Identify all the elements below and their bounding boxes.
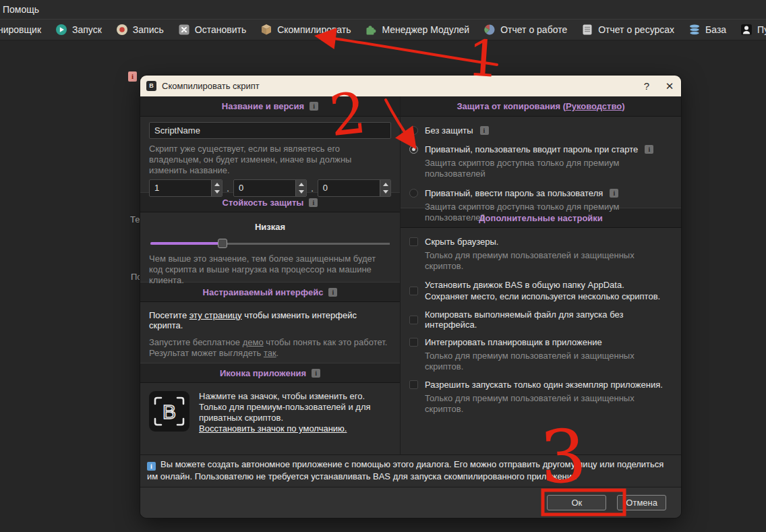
toolbar-label: Менеджер Модулей [382, 24, 469, 35]
radio-private-user-password[interactable] [409, 145, 418, 154]
dialog-titlebar: Скомпилировать скрипт ? ✕ [140, 76, 681, 96]
restore-icon-link[interactable]: Восстановить значок по умолчанию. [199, 423, 347, 434]
manual-link[interactable]: Руководство [566, 101, 622, 111]
spinner-buttons[interactable] [380, 180, 390, 196]
info-icon[interactable] [310, 102, 318, 111]
database-icon [688, 24, 701, 36]
demo-link[interactable]: демо [243, 337, 264, 347]
version-major-spinner[interactable]: 1 [149, 179, 223, 197]
info-icon[interactable] [480, 126, 489, 135]
checkbox-copy-executable[interactable] [409, 316, 418, 324]
app-icon-body: B Нажмите на значок, чтобы изменить его.… [140, 383, 400, 440]
toolbar-label: Отчет о работе [500, 24, 567, 35]
text: чтобы понять как это работет. [264, 337, 388, 347]
toolbar-item-record[interactable]: Запись [116, 24, 164, 36]
toolbar-item-database[interactable]: База [688, 24, 726, 36]
toolbar-item-module-manager[interactable]: Менеджер Модулей [365, 24, 469, 36]
version-minor-value: 0 [234, 180, 295, 196]
toolbar-label: нировщик [0, 24, 41, 35]
info-bubble-icon [147, 462, 156, 471]
interface-line: Посетите эту страницу чтобы изменить инт… [149, 310, 391, 330]
toolbar-item-backup-path[interactable]: Путь к бэкапам [740, 24, 766, 36]
info-icon[interactable] [610, 189, 618, 198]
text: Защита от копирования ( [456, 101, 566, 111]
spinner-buttons[interactable] [295, 180, 306, 196]
info-icon[interactable] [645, 145, 653, 154]
section-title: Дополнительные настройки [479, 213, 603, 223]
annotation-arrow-1 [320, 36, 497, 65]
app-icon-preview[interactable]: B [149, 391, 189, 432]
section-title: Настраиваемый интерфейс [203, 287, 324, 297]
toolbar-label: Отчет о ресурсах [598, 24, 674, 35]
toolbar-label: Запуск [72, 24, 102, 35]
checkbox-integrate-scheduler[interactable] [409, 338, 418, 347]
radio-private-preset-password[interactable] [409, 189, 418, 198]
slider-thumb[interactable] [218, 239, 227, 248]
checkbox-hide-browsers[interactable] [409, 237, 418, 246]
app-icon-text: Нажмите на значок, чтобы изменить его. Т… [199, 391, 371, 434]
checkbox-subtext: Только для премиум пользователей и защищ… [409, 393, 672, 415]
info-icon[interactable] [309, 198, 318, 207]
toolbar-item-stop[interactable]: Остановить [178, 24, 246, 36]
checkbox-single-instance[interactable] [409, 380, 418, 389]
text: Результат может выглядеть [149, 348, 264, 358]
section-title: Стойкость защиты [223, 198, 304, 208]
toolbar-item-work-report[interactable]: Отчет о работе [483, 24, 567, 36]
spinner-buttons[interactable] [211, 180, 222, 196]
result-link[interactable]: так [264, 348, 276, 358]
section-title: Защита от копирования (Руководство) [456, 101, 624, 111]
section-header-name-version: Название и версия [140, 96, 400, 117]
script-name-hint: Скрипт уже существует, если вы являетесь… [149, 144, 391, 176]
document-icon [581, 24, 593, 36]
stop-icon [178, 24, 190, 36]
protection-strength-slider[interactable] [150, 239, 390, 248]
interface-page-link[interactable]: эту страницу [189, 310, 242, 320]
dialog-title: Скомпилировать скрипт [162, 81, 635, 91]
dialog-columns: Название и версия Скрипт уже существует,… [140, 96, 681, 454]
cancel-button[interactable]: Отмена [617, 495, 666, 510]
bas-logo-icon [146, 81, 156, 91]
toolbar-label: Остановить [195, 24, 246, 35]
section-title: Иконка приложения [220, 368, 306, 378]
version-dot: . [227, 183, 229, 194]
info-icon[interactable] [328, 288, 337, 297]
checkbox-label: Скрыть браузеры. [425, 237, 498, 247]
toolbar-item-run[interactable]: Запуск [55, 24, 102, 36]
text: . [276, 348, 279, 358]
dialog-note-text: Вы можете создать автономное приложение … [147, 459, 664, 481]
checkbox-subtext: Только для премиум пользователей и защищ… [409, 351, 672, 372]
left-column: Название и версия Скрипт уже существует,… [140, 96, 401, 454]
background-text-fragment: Те [130, 214, 140, 225]
additional-settings-body: Скрыть браузеры. Только для премиум поль… [401, 228, 681, 427]
text: Нажмите на значок, чтобы изменить его. [199, 391, 371, 402]
toolbar-item-compile[interactable]: Скомпилировать [260, 24, 351, 36]
puzzle-icon [365, 24, 377, 36]
ok-button[interactable]: Ок [547, 495, 606, 510]
protection-strength-body: Низкая Чем выше это значение, тем более … [140, 212, 400, 282]
menu-help[interactable]: Помощь [0, 0, 46, 19]
text: Запустите бесплатное [149, 337, 243, 347]
text: Только для премиум-пользователей и для [199, 402, 371, 413]
protection-option: Без защиты [409, 125, 672, 136]
toolbar-label: Запись [133, 24, 164, 35]
checkbox-subtext: Только для премиум пользователей и защищ… [409, 250, 672, 272]
script-name-input[interactable] [149, 122, 391, 139]
text: Посетите [149, 310, 189, 320]
section-header-app-icon: Иконка приложения [140, 363, 400, 383]
version-patch-spinner[interactable]: 0 [318, 179, 391, 197]
compile-box-icon [260, 24, 272, 36]
dialog-help-button[interactable]: ? [635, 76, 658, 96]
checkbox-install-engine-appdata[interactable] [409, 287, 418, 295]
checkbox-label: Интегрировать планировщик в приложение [425, 337, 602, 347]
toolbar-item-resource-report[interactable]: Отчет о ресурсах [581, 24, 674, 36]
toolbar-item-scheduler[interactable]: нировщик [0, 24, 41, 35]
toolbar: нировщик Запуск Запись Остановить Скомпи… [0, 20, 766, 40]
strength-hint: Чем выше это значение, тем более защищен… [149, 254, 391, 286]
toolbar-label: База [705, 24, 726, 35]
section-header-copy-protection: Защита от копирования (Руководство) [401, 96, 681, 117]
dialog-close-button[interactable]: ✕ [658, 76, 681, 96]
radio-label: Приватный, ввести пароль за пользователя [425, 188, 603, 198]
radio-no-protection[interactable] [409, 126, 418, 135]
version-minor-spinner[interactable]: 0 [233, 179, 307, 197]
info-icon[interactable] [312, 369, 320, 378]
